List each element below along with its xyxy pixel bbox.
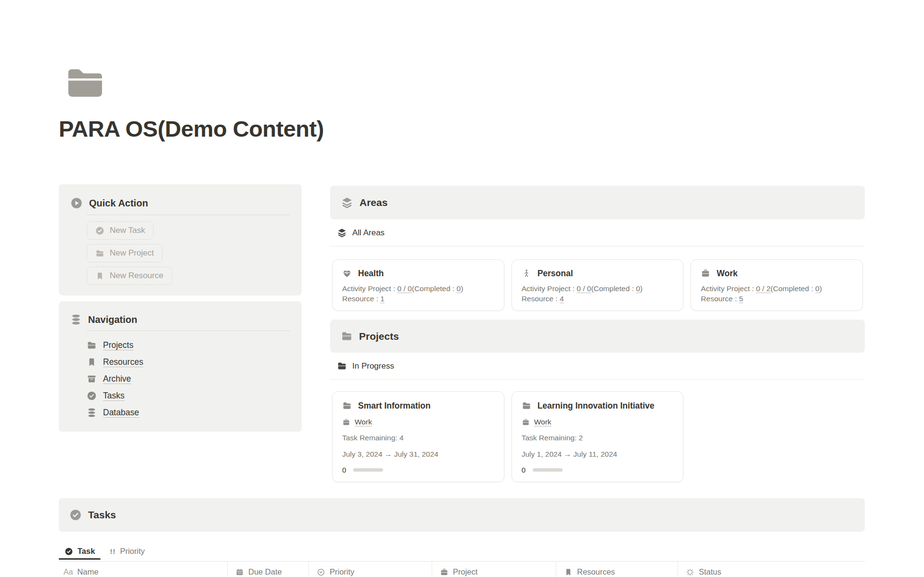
tab-priority[interactable]: !! Priority: [104, 545, 150, 561]
projects-title: Projects: [359, 331, 399, 342]
check-circle-icon: [69, 509, 82, 521]
page-folder-icon[interactable]: [66, 66, 104, 99]
column-header-status[interactable]: Status: [678, 562, 865, 577]
nav-item-tasks[interactable]: Tasks: [87, 387, 290, 404]
column-status-label: Status: [699, 567, 721, 577]
tasks-title: Tasks: [88, 509, 116, 521]
progress-value: 0: [522, 466, 526, 474]
project-card-title-row: Smart Information: [342, 400, 494, 411]
play-circle-icon: [70, 197, 83, 209]
activity-line: Activity Project : 0 / 0(Completed : 0): [342, 283, 494, 294]
column-name-label: Name: [77, 567, 99, 577]
activity-line: Activity Project : 0 / 2(Completed : 0): [701, 283, 853, 294]
nav-resources-label: Resources: [103, 357, 143, 367]
divider: [87, 331, 290, 331]
activity-value-link[interactable]: 0 / 0: [398, 284, 412, 293]
archive-icon: [87, 374, 97, 384]
in-progress-label: In Progress: [352, 361, 394, 371]
project-category-link[interactable]: Work: [355, 418, 372, 426]
areas-section-header: Areas: [330, 186, 865, 219]
layers-icon: [341, 196, 353, 209]
quick-action-buttons: New Task New Project New Resource: [87, 220, 290, 285]
navigation-list: Projects Resources Archive Tasks Databas…: [87, 336, 290, 421]
folder-icon: [522, 401, 531, 410]
area-card-work[interactable]: Work Activity Project : 0 / 2(Completed …: [691, 259, 863, 311]
bookmark-icon: [564, 568, 573, 577]
double-exclamation-icon: !!: [110, 547, 116, 555]
project-card-name: Learning Innovation Initiative: [538, 400, 654, 411]
new-resource-label: New Resource: [110, 271, 164, 281]
text-icon: Aa: [64, 568, 73, 577]
nav-archive-label: Archive: [103, 374, 131, 384]
in-progress-row[interactable]: In Progress: [330, 353, 865, 380]
completed-value-link[interactable]: 0: [815, 284, 820, 293]
resource-value-link[interactable]: 5: [739, 295, 744, 303]
resource-value-link[interactable]: 1: [380, 295, 385, 303]
activity-label: Activity Project :: [522, 284, 577, 293]
all-areas-row[interactable]: All Areas: [330, 219, 865, 246]
area-cards: Health Activity Project : 0 / 0(Complete…: [330, 259, 865, 311]
column-header-resources[interactable]: Resources: [556, 562, 678, 577]
quick-action-title: Quick Action: [89, 198, 148, 209]
progress-bar: [353, 468, 383, 472]
completed-label: (Completed :: [412, 284, 457, 293]
folder-icon: [341, 330, 353, 342]
spinner-icon: [686, 568, 694, 577]
date-range: July 1, 2024 → July 11, 2024: [522, 449, 674, 459]
project-category-link[interactable]: Work: [534, 418, 552, 426]
briefcase-icon: [701, 269, 710, 278]
completed-close: ): [461, 284, 463, 293]
area-card-name: Health: [358, 268, 384, 279]
completed-value-link[interactable]: 0: [636, 284, 640, 293]
view-tabs: Task !! Priority: [59, 545, 865, 561]
column-header-priority[interactable]: Priority: [308, 562, 432, 577]
area-card-personal[interactable]: Personal Activity Project : 0 / 0(Comple…: [512, 259, 684, 311]
project-card-smart-information[interactable]: Smart Information Work Task Remaining: 4…: [332, 391, 504, 482]
area-card-name: Work: [717, 268, 737, 279]
quick-action-panel: Quick Action New Task New Project New Re…: [59, 184, 302, 295]
tasks-section: Tasks Task !! Priority Aa Name Due Date …: [59, 498, 865, 577]
select-circle-icon: [317, 568, 325, 577]
calendar-icon: [235, 568, 244, 577]
tab-task[interactable]: Task: [59, 545, 101, 561]
new-project-button[interactable]: New Project: [87, 244, 163, 262]
project-card-name: Smart Information: [358, 400, 431, 411]
nav-item-resources[interactable]: Resources: [87, 354, 290, 371]
projects-section-header: Projects: [330, 320, 865, 353]
column-header-name[interactable]: Aa Name: [59, 562, 227, 577]
activity-value-link[interactable]: 0 / 2: [756, 284, 770, 293]
check-circle-icon: [87, 391, 97, 401]
activity-value-link[interactable]: 0 / 0: [577, 284, 591, 293]
folder-icon: [87, 340, 97, 350]
nav-item-archive[interactable]: Archive: [87, 371, 290, 387]
navigation-title: Navigation: [88, 314, 137, 325]
briefcase-icon: [342, 418, 350, 426]
database-icon: [70, 314, 82, 325]
area-card-title-row: Work: [701, 268, 853, 279]
column-priority-label: Priority: [330, 567, 354, 577]
area-card-health[interactable]: Health Activity Project : 0 / 0(Complete…: [332, 259, 504, 311]
bookmark-icon: [95, 271, 104, 281]
resource-value-link[interactable]: 4: [560, 295, 564, 303]
column-project-label: Project: [453, 567, 477, 577]
progress-bar: [533, 468, 563, 472]
nav-item-projects[interactable]: Projects: [87, 337, 290, 354]
tab-priority-label: Priority: [120, 547, 144, 556]
left-column: Quick Action New Task New Project New Re…: [59, 184, 302, 432]
column-due-date-label: Due Date: [248, 567, 282, 577]
nav-projects-label: Projects: [103, 340, 133, 350]
date-range: July 3, 2024 → July 31, 2024: [342, 449, 494, 459]
new-resource-button[interactable]: New Resource: [87, 267, 172, 285]
completed-close: ): [820, 284, 822, 293]
new-task-button[interactable]: New Task: [87, 221, 154, 240]
column-header-project[interactable]: Project: [432, 562, 556, 577]
resource-line: Resource : 4: [522, 294, 674, 304]
progress-value: 0: [342, 466, 346, 474]
nav-item-database[interactable]: Database: [87, 404, 290, 421]
navigation-panel: Navigation Projects Resources Archive Ta…: [59, 301, 302, 432]
heart-pulse-icon: [342, 269, 352, 278]
check-circle-icon: [95, 226, 104, 235]
folder-icon: [95, 249, 104, 258]
column-header-due-date[interactable]: Due Date: [227, 562, 308, 577]
project-card-learning-innovation[interactable]: Learning Innovation Initiative Work Task…: [512, 391, 684, 482]
